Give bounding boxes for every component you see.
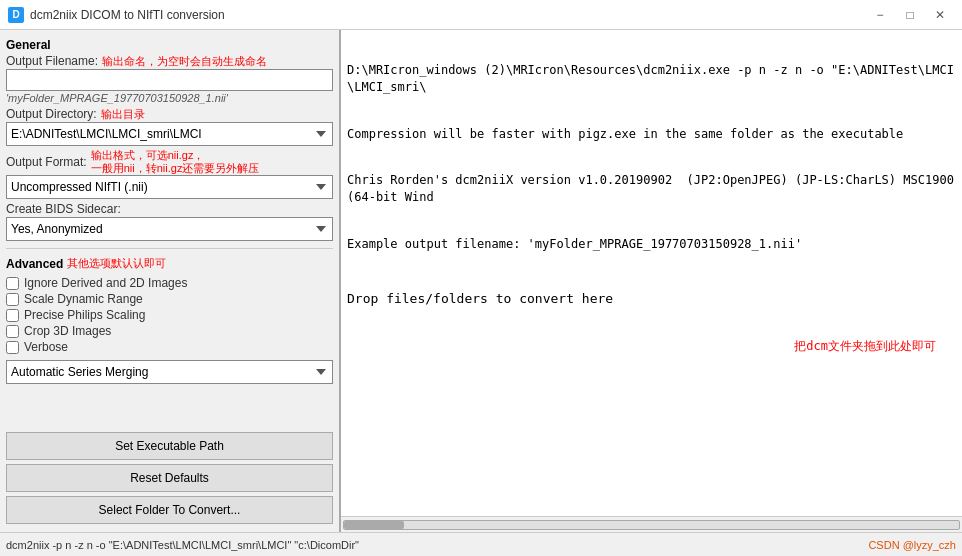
title-bar-left: D dcm2niix DICOM to NIfTI conversion [8, 7, 225, 23]
output-area: D:\MRIcron_windows (2)\MRIcron\Resources… [341, 30, 962, 516]
output-filename-label-row: Output Filename: 输出命名，为空时会自动生成命名 [6, 54, 333, 69]
create-bids-row: Create BIDS Sidecar: Yes, AnonymizedYesN… [6, 202, 333, 241]
checkbox-precise-philips: Precise Philips Scaling [6, 308, 333, 322]
output-format-select[interactable]: Uncompressed NIfTI (.nii)Compressed NIfT… [6, 175, 333, 199]
right-panel: D:\MRIcron_windows (2)\MRIcron\Resources… [340, 30, 962, 532]
verbose-checkbox[interactable] [6, 341, 19, 354]
left-panel: General Output Filename: 输出命名，为空时会自动生成命名… [0, 30, 340, 532]
close-button[interactable]: ✕ [926, 5, 954, 25]
status-credit: CSDN @lyzy_czh [868, 539, 956, 551]
scale-dynamic-checkbox[interactable] [6, 293, 19, 306]
scrollbar-track [343, 520, 960, 530]
output-format-label-row: Output Format: 输出格式，可选nii.gz， 一般用nii，转ni… [6, 149, 333, 175]
output-line-3: Chris Rorden's dcm2niiX version v1.0.201… [347, 172, 956, 206]
drop-area-label: Drop files/folders to convert here [347, 291, 956, 306]
crop-3d-checkbox[interactable] [6, 325, 19, 338]
status-command: dcm2niix -p n -z n -o "E:\ADNITest\LMCI\… [6, 539, 359, 551]
checkbox-ignore-derived: Ignore Derived and 2D Images [6, 276, 333, 290]
advanced-section-header: Advanced [6, 257, 63, 271]
output-directory-label-row: Output Directory: 输出目录 [6, 107, 333, 122]
series-merging-select[interactable]: Automatic Series MergingNoYes [6, 360, 333, 384]
output-filename-input[interactable] [6, 69, 333, 91]
output-directory-hint-red: 输出目录 [101, 107, 145, 122]
ignore-derived-label: Ignore Derived and 2D Images [24, 276, 187, 290]
create-bids-label: Create BIDS Sidecar: [6, 202, 333, 216]
output-format-row: Output Format: 输出格式，可选nii.gz， 一般用nii，转ni… [6, 149, 333, 199]
precise-philips-label: Precise Philips Scaling [24, 308, 145, 322]
output-filename-label: Output Filename: [6, 54, 98, 68]
output-format-hint-red: 输出格式，可选nii.gz， 一般用nii，转nii.gz还需要另外解压 [91, 149, 260, 175]
general-section-header: General [6, 38, 333, 52]
checkbox-verbose: Verbose [6, 340, 333, 354]
checkbox-scale-dynamic: Scale Dynamic Range [6, 292, 333, 306]
verbose-label: Verbose [24, 340, 68, 354]
series-merging-row: Automatic Series MergingNoYes [6, 360, 333, 384]
title-bar: D dcm2niix DICOM to NIfTI conversion − □… [0, 0, 962, 30]
right-scrollbar[interactable] [341, 516, 962, 532]
output-filename-row: Output Filename: 输出命名，为空时会自动生成命名 'myFold… [6, 54, 333, 104]
set-executable-button[interactable]: Set Executable Path [6, 432, 333, 460]
scale-dynamic-label: Scale Dynamic Range [24, 292, 143, 306]
precise-philips-checkbox[interactable] [6, 309, 19, 322]
output-filename-hint-red: 输出命名，为空时会自动生成命名 [102, 54, 267, 69]
reset-defaults-button[interactable]: Reset Defaults [6, 464, 333, 492]
window-controls: − □ ✕ [866, 5, 954, 25]
output-directory-row: Output Directory: 输出目录 E:\ADNITest\LMCI\… [6, 107, 333, 146]
main-layout: General Output Filename: 输出命名，为空时会自动生成命名… [0, 30, 962, 532]
advanced-hint-red: 其他选项默认认即可 [67, 256, 166, 271]
checkbox-crop-3d: Crop 3D Images [6, 324, 333, 338]
output-line-2: Compression will be faster with pigz.exe… [347, 126, 956, 143]
output-line-4: Example output filename: 'myFolder_MPRAG… [347, 236, 956, 253]
advanced-row: Advanced 其他选项默认认即可 [6, 253, 333, 273]
output-directory-label: Output Directory: [6, 107, 97, 121]
window-title: dcm2niix DICOM to NIfTI conversion [30, 8, 225, 22]
output-line-1: D:\MRIcron_windows (2)\MRIcron\Resources… [347, 62, 956, 96]
drop-area-hint: 把dcm文件夹拖到此处即可 [347, 338, 956, 355]
app-icon: D [8, 7, 24, 23]
status-bar: dcm2niix -p n -z n -o "E:\ADNITest\LMCI\… [0, 532, 962, 556]
crop-3d-label: Crop 3D Images [24, 324, 111, 338]
output-filename-hint: 'myFolder_MPRAGE_19770703150928_1.nii' [6, 92, 333, 104]
minimize-button[interactable]: − [866, 5, 894, 25]
output-format-label: Output Format: [6, 155, 87, 169]
maximize-button[interactable]: □ [896, 5, 924, 25]
scrollbar-thumb [344, 521, 404, 529]
create-bids-select[interactable]: Yes, AnonymizedYesNo [6, 217, 333, 241]
output-directory-select[interactable]: E:\ADNITest\LMCI\LMCI_smri\LMCI [6, 122, 333, 146]
divider [6, 248, 333, 249]
select-folder-button[interactable]: Select Folder To Convert... [6, 496, 333, 524]
ignore-derived-checkbox[interactable] [6, 277, 19, 290]
